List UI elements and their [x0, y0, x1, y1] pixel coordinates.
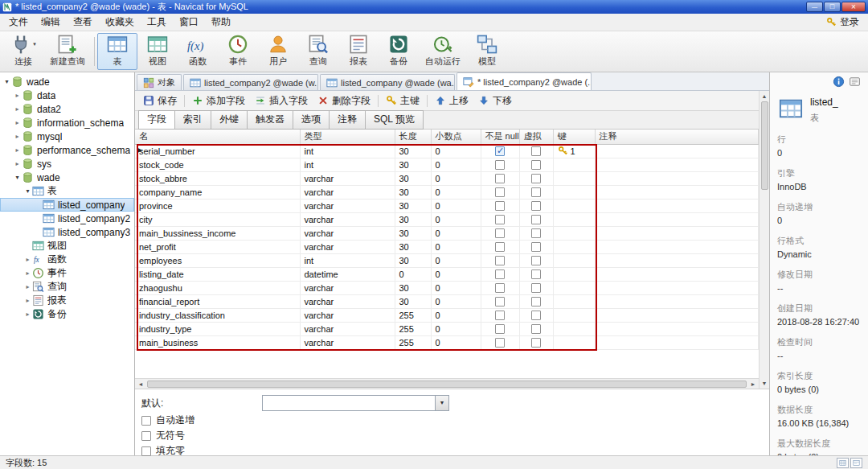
tree-expand-icon[interactable]: [23, 283, 32, 290]
not-null-checkbox[interactable]: [495, 187, 505, 197]
virtual-checkbox[interactable]: [531, 242, 541, 252]
field-type-cell[interactable]: int: [300, 253, 395, 267]
field-virtual-cell[interactable]: [519, 199, 553, 212]
field-key-cell[interactable]: [553, 294, 595, 308]
field-comment-cell[interactable]: [595, 171, 759, 185]
field-length-cell[interactable]: 30: [395, 199, 431, 212]
dropdown-arrow-icon[interactable]: [33, 41, 36, 47]
design-tab[interactable]: 索引: [174, 110, 211, 130]
field-row[interactable]: stock_abbrevarchar300: [135, 171, 759, 185]
virtual-checkbox[interactable]: [531, 187, 541, 197]
field-virtual-cell[interactable]: [519, 308, 553, 322]
field-comment-cell[interactable]: [595, 253, 759, 267]
field-row[interactable]: cityvarchar300: [135, 212, 759, 226]
field-comment-cell[interactable]: [595, 226, 759, 240]
field-notnull-cell[interactable]: [481, 281, 519, 294]
field-row[interactable]: net_profitvarchar300: [135, 240, 759, 253]
virtual-checkbox[interactable]: [531, 160, 541, 170]
field-virtual-cell[interactable]: [519, 144, 553, 158]
field-length-cell[interactable]: 30: [395, 240, 431, 253]
field-name-cell[interactable]: financial_report: [135, 294, 300, 308]
document-tab[interactable]: * listed_company2 @wade (...: [457, 72, 592, 90]
field-name-cell[interactable]: province: [135, 199, 300, 212]
horizontal-scrollbar[interactable]: [135, 378, 759, 389]
option-checkbox[interactable]: [141, 446, 151, 456]
not-null-checkbox[interactable]: [495, 338, 505, 348]
default-value-combobox[interactable]: [262, 395, 449, 411]
field-type-cell[interactable]: varchar: [300, 281, 395, 294]
field-key-cell[interactable]: [553, 253, 595, 267]
field-virtual-cell[interactable]: [519, 212, 553, 226]
field-key-cell[interactable]: [553, 335, 595, 349]
document-tab[interactable]: listed_company @wade (wa...: [320, 74, 455, 90]
design-tab[interactable]: 字段: [138, 110, 175, 130]
tree-item[interactable]: 事件: [0, 266, 134, 280]
field-comment-cell[interactable]: [595, 267, 759, 281]
field-name-cell[interactable]: net_profit: [135, 240, 300, 253]
field-key-cell[interactable]: [553, 199, 595, 212]
backup-toolbar-button[interactable]: 备份: [379, 33, 419, 70]
field-key-cell[interactable]: [553, 267, 595, 281]
field-notnull-cell[interactable]: [481, 294, 519, 308]
field-key-cell[interactable]: [553, 185, 595, 199]
user-toolbar-button[interactable]: 用户: [258, 33, 298, 70]
field-row[interactable]: industry_typevarchar2550: [135, 322, 759, 335]
field-key-cell[interactable]: [553, 308, 595, 322]
field-name-cell[interactable]: serial_number: [135, 144, 300, 158]
tree-expand-icon[interactable]: [13, 92, 22, 99]
not-null-checkbox[interactable]: [495, 269, 505, 279]
field-comment-cell[interactable]: [595, 240, 759, 253]
tree-item[interactable]: wade: [0, 75, 134, 88]
field-decimals-cell[interactable]: 0: [431, 144, 481, 158]
report-toolbar-button[interactable]: 报表: [338, 33, 379, 70]
tree-expand-icon[interactable]: [13, 160, 22, 167]
design-tab[interactable]: SQL 预览: [365, 110, 424, 130]
field-comment-cell[interactable]: [595, 294, 759, 308]
field-row[interactable]: listing_datedatetime00: [135, 267, 759, 281]
field-name-cell[interactable]: stock_code: [135, 158, 300, 171]
menu-item[interactable]: 编辑: [35, 13, 67, 31]
automation-toolbar-button[interactable]: 自动运行: [419, 33, 467, 70]
not-null-checkbox[interactable]: [495, 174, 505, 183]
field-notnull-cell[interactable]: [481, 322, 519, 335]
field-name-cell[interactable]: city: [135, 212, 300, 226]
field-notnull-cell[interactable]: [481, 171, 519, 185]
field-length-cell[interactable]: 0: [395, 267, 431, 281]
design-tab[interactable]: 外键: [211, 110, 248, 130]
not-null-checkbox[interactable]: [495, 160, 505, 170]
field-decimals-cell[interactable]: 0: [431, 185, 481, 199]
scroll-right-icon[interactable]: [747, 381, 759, 387]
field-decimals-cell[interactable]: 0: [431, 267, 481, 281]
tree-item[interactable]: performance_schema: [0, 143, 134, 157]
connection-toolbar-button[interactable]: 连接: [3, 33, 43, 70]
field-virtual-cell[interactable]: [519, 335, 553, 349]
field-row[interactable]: employeesint300: [135, 253, 759, 267]
tree-expand-icon[interactable]: [13, 133, 22, 140]
field-length-cell[interactable]: 30: [395, 185, 431, 199]
field-virtual-cell[interactable]: [519, 226, 553, 240]
field-row[interactable]: company_namevarchar300: [135, 185, 759, 199]
field-comment-cell[interactable]: [595, 185, 759, 199]
field-length-cell[interactable]: 255: [395, 335, 431, 349]
field-length-cell[interactable]: 30: [395, 226, 431, 240]
field-decimals-cell[interactable]: 0: [431, 199, 481, 212]
field-comment-cell[interactable]: [595, 308, 759, 322]
add-field-button[interactable]: 添加字段: [187, 93, 250, 109]
field-name-cell[interactable]: industry_classification: [135, 308, 300, 322]
scroll-down-icon[interactable]: [760, 378, 769, 389]
field-length-cell[interactable]: 255: [395, 322, 431, 335]
field-length-cell[interactable]: 30: [395, 158, 431, 171]
field-length-cell[interactable]: 30: [395, 212, 431, 226]
scroll-up-icon[interactable]: [760, 91, 769, 101]
field-comment-cell[interactable]: [595, 212, 759, 226]
field-type-cell[interactable]: varchar: [300, 322, 395, 335]
field-decimals-cell[interactable]: 0: [431, 158, 481, 171]
new-query-toolbar-button[interactable]: 新建查询: [43, 33, 92, 70]
tree-item[interactable]: 表: [0, 184, 134, 198]
tree-item[interactable]: 备份: [0, 307, 134, 321]
tree-item[interactable]: mysql: [0, 130, 134, 143]
field-name-cell[interactable]: listing_date: [135, 267, 300, 281]
field-notnull-cell[interactable]: [481, 253, 519, 267]
virtual-checkbox[interactable]: [531, 269, 541, 279]
field-row[interactable]: main_businessvarchar2550: [135, 335, 759, 349]
